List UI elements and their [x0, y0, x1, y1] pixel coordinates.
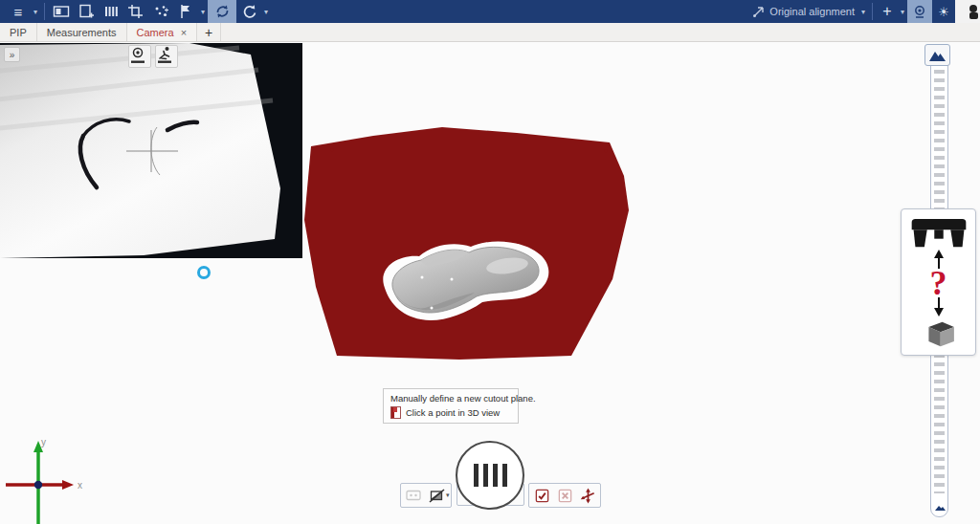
pattern-bar [502, 464, 507, 487]
add-measurement-icon[interactable] [74, 0, 99, 23]
discard-measurement-icon[interactable] [553, 485, 576, 506]
pattern-bar [483, 464, 488, 487]
tab-bar: PIP Measurements Camera × + [0, 23, 980, 42]
application-window: ≡ ▾ ▾ [0, 0, 980, 524]
menu-caret-icon[interactable]: ▾ [31, 0, 40, 23]
scan-plane [304, 127, 629, 360]
refresh-caret-icon[interactable]: ▾ [261, 0, 271, 23]
scan-distance-helper: ? [901, 208, 976, 356]
tab-add-label: + [205, 25, 212, 40]
edge-panel-icon[interactable] [955, 0, 980, 23]
tab-measurements-label: Measurements [47, 27, 117, 38]
camera-preview-panel[interactable]: » [0, 43, 302, 258]
fringe-pattern-button[interactable] [456, 441, 524, 510]
3d-view-mesh[interactable] [287, 115, 651, 373]
confirm-measurement-icon[interactable] [530, 485, 553, 506]
pattern-bar [474, 464, 479, 487]
tab-camera[interactable]: Camera × [127, 23, 198, 41]
cube-icon [919, 319, 959, 348]
tab-close-icon[interactable]: × [181, 27, 187, 38]
tooltip-line1: Manually define a new cutout plane. [390, 393, 512, 404]
brightness-icon[interactable]: ☀ [932, 0, 955, 23]
arrow-down-icon [932, 297, 946, 317]
instruction-tooltip: Manually define a new cutout plane. Clic… [383, 388, 519, 424]
texture-toggle-icon[interactable] [425, 485, 448, 506]
crop-icon[interactable] [123, 0, 148, 23]
cursor-indicator [197, 266, 211, 279]
digitize-points-icon[interactable] [148, 0, 173, 23]
tab-measurements[interactable]: Measurements [37, 23, 127, 41]
cutout-plane-icon [390, 406, 401, 419]
add-alignment-button[interactable]: + [877, 0, 898, 23]
toolbar-separator [872, 3, 873, 20]
coordinate-axes: x y [0, 436, 96, 524]
live-tracking-icon[interactable] [155, 45, 178, 68]
tab-pip[interactable]: PIP [0, 23, 37, 41]
tab-camera-label: Camera [137, 27, 174, 38]
tab-add-button[interactable]: + [197, 23, 221, 41]
webcam-icon[interactable] [907, 0, 932, 23]
flag-caret-icon[interactable]: ▾ [198, 0, 208, 23]
alignment-icon [750, 0, 766, 23]
y-axis-label: y [41, 437, 46, 448]
main-toolbar: ≡ ▾ ▾ [0, 0, 980, 23]
x-axis-label: x [78, 480, 82, 491]
layout-icon[interactable] [49, 0, 74, 23]
projector-icon[interactable] [128, 45, 151, 68]
sync-icon[interactable] [208, 0, 236, 23]
toolbar-left-cluster: ≡ ▾ ▾ [0, 0, 271, 23]
add-alignment-caret-icon[interactable]: ▾ [898, 0, 907, 23]
alignment-caret-icon[interactable]: ▾ [858, 0, 868, 23]
alignment-selector[interactable]: Original alignment [766, 6, 858, 17]
pattern-bars-icon[interactable] [99, 0, 123, 23]
pip-expand-button[interactable]: » [4, 47, 20, 62]
large-mountain-icon[interactable] [924, 44, 950, 66]
toolbar-right-cluster: Original alignment ▾ + ▾ ☀ [750, 0, 980, 23]
tab-pip-label: PIP [10, 27, 27, 38]
toolbar-separator [44, 3, 45, 20]
distance-question-mark: ? [930, 269, 947, 297]
texture-caret-icon[interactable]: ▾ [446, 491, 450, 499]
small-mountain-icon [934, 504, 947, 512]
flag-icon[interactable] [173, 0, 198, 23]
display-options-group: ▾ [400, 483, 452, 508]
exposure-icon[interactable] [402, 485, 425, 506]
camera-live-image [0, 43, 302, 258]
scanner-icon [911, 217, 967, 250]
tooltip-line2: Click a point in 3D view [406, 407, 500, 418]
pattern-bar [493, 464, 498, 487]
cutout-plane-icon[interactable] [576, 485, 599, 506]
menu-icon[interactable]: ≡ [6, 0, 31, 23]
measurement-actions-group [528, 483, 601, 508]
refresh-icon[interactable] [236, 0, 261, 23]
